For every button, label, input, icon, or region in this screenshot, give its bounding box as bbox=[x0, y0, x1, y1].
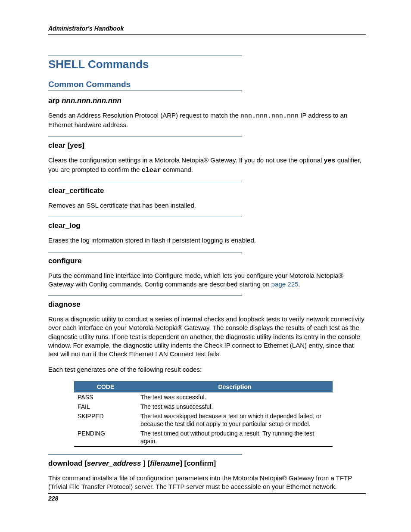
cmd-diagnose-heading: diagnose bbox=[48, 300, 366, 309]
cmd-download-arg2: filename bbox=[150, 459, 180, 467]
result-codes-table: CODE Description PASS The test was succe… bbox=[74, 381, 333, 447]
header-rule bbox=[48, 34, 366, 35]
cmd-download-heading: download [server_address ] [filename] [c… bbox=[48, 459, 366, 468]
cmd-arp-desc: Sends an Address Resolution Protocol (AR… bbox=[48, 111, 366, 130]
cmd-diagnose-desc: Runs a diagnostic utility to conduct a s… bbox=[48, 315, 366, 358]
table-cell-desc: The test was successful. bbox=[137, 392, 333, 402]
cmd-configure-heading: configure bbox=[48, 257, 366, 265]
cmd-sep-rule bbox=[48, 182, 242, 182]
cmd-download-arg1: server_address bbox=[87, 459, 141, 467]
section-subtitle: Common Commands bbox=[48, 80, 366, 89]
cmd-clearcert-heading: clear_certificate bbox=[48, 187, 366, 195]
cmd-arp-name: arp bbox=[48, 96, 62, 105]
cmd-clear-desc-pre: Clears the configuration settings in a M… bbox=[48, 156, 324, 164]
cmd-clearlog-heading: clear_log bbox=[48, 221, 366, 230]
cmd-clearlog-desc: Erases the log information stored in fla… bbox=[48, 236, 366, 245]
table-cell-code: SKIPPED bbox=[74, 411, 137, 429]
cmd-sep-rule bbox=[48, 252, 242, 252]
table-row: FAIL The test was unsuccessful. bbox=[74, 402, 333, 411]
cmd-clear-desc-post: command. bbox=[161, 166, 193, 173]
cmd-configure-desc: Puts the command line interface into Con… bbox=[48, 271, 366, 289]
cmd-configure-link[interactable]: page 225 bbox=[271, 280, 299, 288]
page-footer: 228 bbox=[48, 493, 366, 502]
table-header-desc: Description bbox=[137, 381, 333, 392]
table-cell-code: FAIL bbox=[74, 402, 137, 411]
footer-rule bbox=[48, 493, 366, 494]
running-head: Administrator's Handbook bbox=[48, 25, 366, 32]
cmd-arp-desc-mono: nnn.nnn.nnn.nnn bbox=[240, 112, 299, 120]
table-header-row: CODE Description bbox=[74, 381, 333, 392]
cmd-clearcert-desc: Removes an SSL certificate that has been… bbox=[48, 201, 366, 210]
cmd-arp-heading: arp nnn.nnn.nnn.nnn bbox=[48, 96, 366, 105]
cmd-diagnose-lead: Each test generates one of the following… bbox=[48, 365, 366, 374]
cmd-clear-heading: clear [yes] bbox=[48, 141, 366, 150]
table-cell-code: PASS bbox=[74, 392, 137, 402]
cmd-download-desc: This command installs a file of configur… bbox=[48, 474, 366, 492]
page-number: 228 bbox=[48, 495, 366, 502]
cmd-clear-clear: clear bbox=[142, 167, 161, 174]
table-row: PASS The test was successful. bbox=[74, 392, 333, 402]
cmd-sep-rule bbox=[48, 454, 242, 455]
cmd-sep-rule bbox=[48, 217, 242, 217]
cmd-download-pre: download [ bbox=[48, 459, 87, 467]
cmd-sep-rule bbox=[48, 137, 242, 137]
page: Administrator's Handbook SHELL Commands … bbox=[0, 0, 411, 532]
table-row: SKIPPED The test was skipped because a t… bbox=[74, 411, 333, 429]
cmd-configure-desc-post: . bbox=[298, 280, 300, 288]
table-row: PENDING The test timed out without produ… bbox=[74, 429, 333, 446]
table-cell-desc: The test was skipped because a test on w… bbox=[137, 411, 333, 429]
subtitle-rule bbox=[48, 90, 242, 90]
cmd-arp-arg: nnn.nnn.nnn.nnn bbox=[62, 96, 121, 105]
cmd-clear-desc: Clears the configuration settings in a M… bbox=[48, 156, 366, 175]
cmd-download-post: ] [confirm] bbox=[180, 459, 216, 467]
table-cell-desc: The test was unsuccessful. bbox=[137, 402, 333, 411]
page-title: SHELL Commands bbox=[48, 58, 366, 71]
cmd-arp-desc-pre: Sends an Address Resolution Protocol (AR… bbox=[48, 112, 240, 119]
table-header-code: CODE bbox=[74, 381, 137, 392]
title-top-rule bbox=[48, 56, 242, 56]
cmd-download-mid: ] [ bbox=[141, 459, 150, 467]
table-cell-desc: The test timed out without producing a r… bbox=[137, 429, 333, 446]
cmd-clear-yes: yes bbox=[324, 157, 335, 165]
table-cell-code: PENDING bbox=[74, 429, 137, 446]
cmd-sep-rule bbox=[48, 296, 242, 296]
